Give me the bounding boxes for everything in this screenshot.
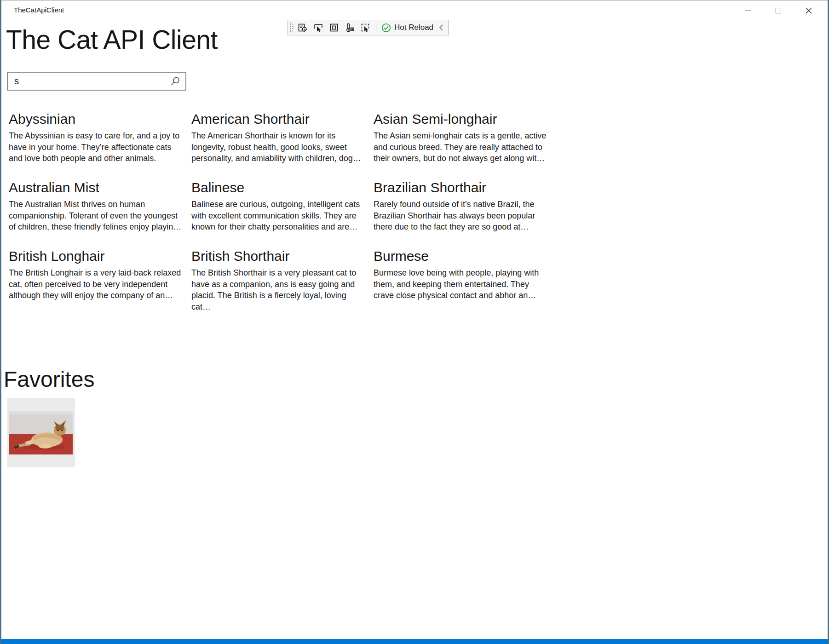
breed-name: American Shorthair [191,110,366,128]
live-visual-tree-icon [298,23,308,33]
minimize-icon [745,11,751,11]
breed-name: British Shorthair [191,247,366,265]
toolbar-separator [376,22,376,33]
breed-description: Burmese love being with people, playing … [374,267,549,301]
hot-reload-label: Hot Reload [394,23,433,32]
toolbar-collapse-button[interactable] [436,21,446,34]
hot-reload-status: Hot Reload [380,23,435,33]
favorite-item[interactable] [7,398,75,467]
app-window: TheCatApiClient [0,0,829,644]
breed-card-british-longhair[interactable]: British Longhair The British Longhair is… [9,247,191,316]
window-bottom-accent-bar [0,639,829,644]
page-title: The Cat API Client [6,24,218,55]
breed-card-brazilian-shorthair[interactable]: Brazilian Shorthair Rarely found outside… [374,178,556,247]
breed-name: Asian Semi-longhair [374,110,549,128]
display-layout-adorners-button[interactable] [327,21,341,34]
breed-name: Balinese [191,178,366,197]
toolbar-grip-handle[interactable] [289,22,294,33]
maximize-button[interactable] [763,0,794,21]
search-box [7,72,186,91]
selection-cursor-icon [360,23,370,33]
track-focused-element-button[interactable] [342,21,357,34]
window-controls [733,0,824,21]
breed-card-abyssinian[interactable]: Abyssinian The Abyssinian is easy to car… [9,110,191,178]
breed-description: Balinese are curious, outgoing, intellig… [191,199,366,233]
breed-description: The Australian Mist thrives on human com… [9,199,184,233]
select-element-button[interactable] [311,21,326,34]
breed-card-balinese[interactable]: Balinese Balinese are curious, outgoing,… [191,178,374,247]
window-title: TheCatApiClient [14,6,64,14]
breed-card-burmese[interactable]: Burmese Burmese love being with people, … [374,247,556,316]
chevron-left-icon [438,24,444,31]
maximize-icon [776,8,781,13]
layout-adorners-icon [329,23,339,33]
breed-name: Brazilian Shorthair [374,178,549,197]
close-button[interactable] [794,0,824,21]
breed-card-american-shorthair[interactable]: American Shorthair The American Shorthai… [191,110,374,178]
debug-toolbar: Hot Reload [288,20,449,35]
titlebar: TheCatApiClient [1,0,828,21]
breed-description: The British Shorthair is a very pleasant… [191,267,366,312]
breed-description: The Abyssinian is easy to care for, and … [9,130,184,164]
minimize-button[interactable] [733,0,763,21]
breed-name: Burmese [374,247,549,265]
breed-description: The British Longhair is a very laid-back… [9,267,184,301]
enable-selection-button[interactable] [358,21,373,34]
breed-name: British Longhair [9,247,184,265]
track-focused-element-icon [345,23,355,33]
breed-card-asian-semi-longhair[interactable]: Asian Semi-longhair The Asian semi-longh… [374,110,556,178]
search-button[interactable] [165,73,185,90]
breed-description: The Asian semi-longhair cats is a gentle… [374,130,549,164]
breed-name: Australian Mist [9,178,184,197]
hot-reload-check-icon [381,23,391,33]
go-to-live-visual-tree-button[interactable] [295,21,310,34]
breed-description: The American Shorthair is known for its … [191,130,366,164]
breed-name: Abyssinian [9,110,184,128]
search-icon [170,76,180,86]
select-element-icon [313,23,323,33]
favorite-cat-photo [9,411,73,454]
breed-description: Rarely found outside of it's native Braz… [374,199,549,233]
breed-grid: Abyssinian The Abyssinian is easy to car… [9,110,556,316]
search-input[interactable] [8,73,165,90]
favorites-title: Favorites [4,367,94,392]
breed-card-british-shorthair[interactable]: British Shorthair The British Shorthair … [191,247,374,316]
breed-card-australian-mist[interactable]: Australian Mist The Australian Mist thri… [9,178,191,247]
close-icon [806,7,812,14]
